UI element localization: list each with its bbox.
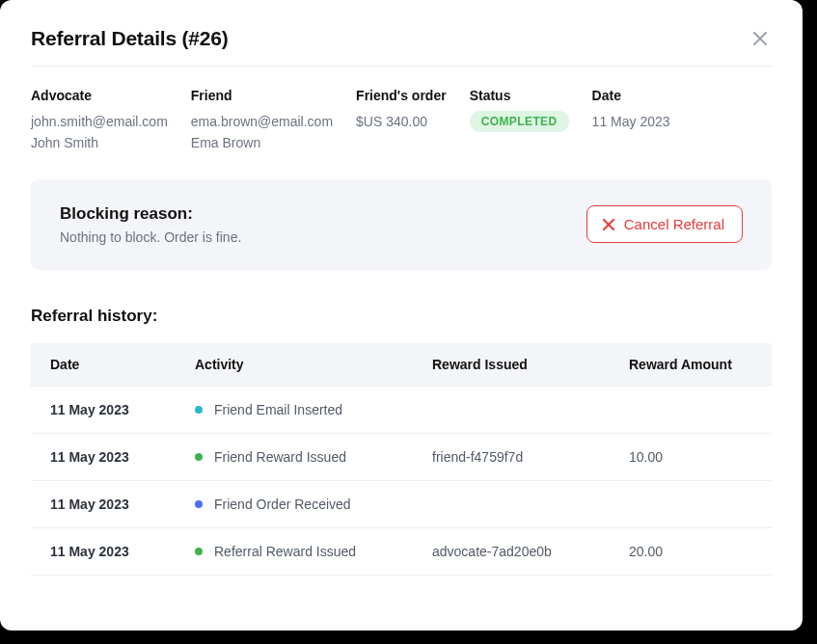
cancel-referral-label: Cancel Referral — [624, 216, 724, 232]
table-row: 11 May 2023 Friend Order Received — [31, 480, 772, 527]
friend-label: Friend — [191, 88, 333, 103]
activity-text: Referral Reward Issued — [214, 544, 356, 559]
table-row: 11 May 2023 Friend Reward Issued friend-… — [31, 433, 772, 480]
blocking-text: Blocking reason: Nothing to block. Order… — [60, 204, 241, 245]
order-label: Friend's order — [356, 88, 447, 103]
panel-header: Referral Details (#26) — [31, 27, 772, 67]
cell-reward — [413, 480, 610, 527]
cell-amount — [610, 386, 772, 433]
date-label: Date — [592, 88, 670, 103]
advocate-block: Advocate john.smith@email.com John Smith — [31, 88, 168, 154]
cancel-icon — [603, 219, 614, 230]
status-block: Status COMPLETED — [470, 88, 569, 154]
col-reward: Reward Issued — [413, 343, 610, 387]
order-block: Friend's order $US 340.00 — [356, 88, 447, 154]
cell-date: 11 May 2023 — [31, 480, 176, 527]
status-badge: COMPLETED — [470, 111, 569, 132]
activity-text: Friend Reward Issued — [214, 449, 346, 465]
table-row: 11 May 2023 Friend Email Inserted — [31, 386, 772, 433]
activity-dot-icon — [195, 453, 203, 461]
status-label: Status — [470, 88, 569, 103]
cell-activity: Referral Reward Issued — [176, 527, 413, 575]
col-activity: Activity — [176, 343, 413, 387]
history-body: 11 May 2023 Friend Email Inserted 11 May… — [31, 386, 772, 575]
cell-amount — [610, 480, 772, 527]
activity-dot-icon — [195, 406, 203, 414]
cell-date: 11 May 2023 — [31, 527, 176, 575]
date-block: Date 11 May 2023 — [592, 88, 670, 154]
close-button[interactable] — [749, 27, 772, 50]
cell-date: 11 May 2023 — [31, 386, 176, 433]
activity-dot-icon — [195, 500, 203, 508]
history-title: Referral history: — [31, 307, 772, 326]
blocking-panel: Blocking reason: Nothing to block. Order… — [31, 179, 772, 270]
advocate-name: John Smith — [31, 132, 168, 153]
cell-amount: 20.00 — [610, 527, 772, 575]
cell-reward — [413, 386, 610, 433]
advocate-email: john.smith@email.com — [31, 111, 168, 132]
col-date: Date — [31, 343, 176, 387]
cancel-referral-button[interactable]: Cancel Referral — [586, 205, 743, 243]
summary-row: Advocate john.smith@email.com John Smith… — [31, 67, 772, 179]
cell-date: 11 May 2023 — [31, 433, 176, 480]
history-table: Date Activity Reward Issued Reward Amoun… — [31, 343, 772, 576]
table-header-row: Date Activity Reward Issued Reward Amoun… — [31, 343, 772, 387]
friend-block: Friend ema.brown@email.com Ema Brown — [191, 88, 333, 154]
friend-email: ema.brown@email.com — [191, 111, 333, 132]
cell-activity: Friend Email Inserted — [176, 386, 413, 433]
cell-amount: 10.00 — [610, 433, 772, 480]
referral-details-panel: Referral Details (#26) Advocate john.smi… — [0, 0, 803, 631]
cell-activity: Friend Reward Issued — [176, 433, 413, 480]
cell-reward: advocate-7ad20e0b — [413, 527, 610, 575]
blocking-message: Nothing to block. Order is fine. — [60, 229, 241, 245]
order-value: $US 340.00 — [356, 111, 447, 132]
col-amount: Reward Amount — [610, 343, 772, 387]
cell-reward: friend-f4759f7d — [413, 433, 610, 480]
close-icon — [753, 32, 767, 45]
activity-text: Friend Email Inserted — [214, 402, 342, 417]
activity-text: Friend Order Received — [214, 496, 351, 512]
page-title: Referral Details (#26) — [31, 27, 229, 50]
table-row: 11 May 2023 Referral Reward Issued advoc… — [31, 527, 772, 575]
cell-activity: Friend Order Received — [176, 480, 413, 527]
activity-dot-icon — [195, 548, 203, 555]
date-value: 11 May 2023 — [592, 111, 670, 132]
friend-name: Ema Brown — [191, 132, 333, 153]
advocate-label: Advocate — [31, 88, 168, 103]
blocking-title: Blocking reason: — [60, 204, 241, 224]
